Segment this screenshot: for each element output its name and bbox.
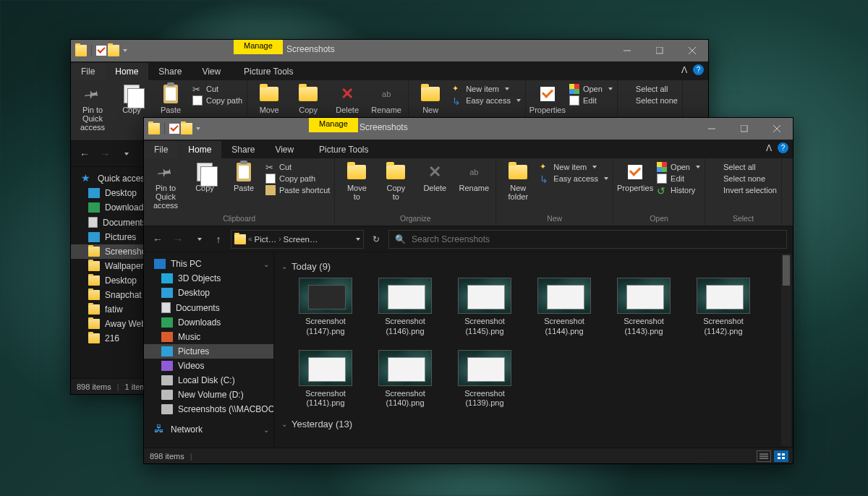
copy-button[interactable]: Copy — [114, 82, 149, 114]
nav-item[interactable]: 🖧Network⌄ — [144, 422, 273, 437]
titlebar[interactable]: Manage Screenshots — [71, 40, 708, 61]
chevron-left-icon[interactable]: « — [248, 235, 252, 243]
nav-item[interactable]: Videos — [144, 359, 273, 373]
chevron-icon[interactable]: ⌄ — [263, 426, 269, 434]
group-header[interactable]: ⌄Yesterday (13) — [281, 419, 786, 429]
maximize-button[interactable] — [728, 118, 760, 140]
collapse-ribbon-icon[interactable]: ᐱ — [681, 65, 687, 75]
file-thumbnail[interactable]: Screenshot(1145).png — [454, 278, 516, 337]
copy-to-button[interactable]: Copy to — [378, 160, 413, 201]
new-folder-button[interactable]: New folder — [501, 160, 535, 201]
close-button[interactable] — [760, 118, 793, 140]
new-item-button[interactable]: ✦New item — [540, 162, 608, 172]
recent-dropdown[interactable] — [190, 231, 206, 247]
back-button[interactable]: ← — [150, 231, 166, 247]
new-folder-button[interactable]: New — [413, 82, 448, 114]
tab-picture-tools[interactable]: Picture Tools — [309, 141, 378, 158]
new-folder-icon[interactable] — [108, 45, 119, 56]
history-button[interactable]: ↺History — [657, 185, 700, 195]
new-item-button[interactable]: ✦New item — [452, 84, 521, 94]
move-to-button[interactable]: Move — [252, 82, 286, 114]
nav-item[interactable]: Pictures — [144, 344, 273, 359]
nav-item[interactable]: Downloads — [144, 315, 273, 330]
file-thumbnail[interactable]: Screenshot(1146).png — [374, 278, 436, 337]
paste-button[interactable]: Paste — [153, 82, 188, 114]
move-to-button[interactable]: Move to — [339, 160, 374, 201]
minimize-button[interactable] — [610, 40, 643, 61]
open-button[interactable]: Open — [569, 84, 613, 94]
minimize-button[interactable] — [695, 118, 728, 140]
copy-button[interactable]: Copy — [187, 160, 222, 192]
file-thumbnail[interactable]: Screenshot(1147).png — [294, 278, 357, 337]
cut-button[interactable]: ✂Cut — [265, 162, 330, 172]
open-button[interactable]: Open — [657, 162, 700, 172]
close-button[interactable] — [676, 40, 708, 61]
manage-contextual-tab[interactable]: Manage — [309, 118, 358, 132]
pin-to-quick-access-button[interactable]: Pin to Quick access — [148, 160, 183, 210]
edit-button[interactable]: Edit — [569, 95, 613, 106]
maximize-button[interactable] — [643, 40, 676, 61]
nav-item[interactable]: Documents — [144, 300, 273, 315]
paste-button[interactable]: Paste — [226, 160, 261, 192]
scrollbar[interactable] — [781, 254, 791, 446]
nav-item[interactable]: Music — [144, 330, 273, 344]
scrollbar-thumb[interactable] — [783, 255, 790, 286]
tab-home[interactable]: Home — [178, 141, 221, 158]
paste-shortcut-button[interactable]: Paste shortcut — [265, 185, 330, 195]
tab-view[interactable]: View — [265, 141, 304, 158]
select-all-button[interactable]: Select all — [710, 162, 777, 172]
details-view-button[interactable] — [757, 450, 771, 462]
new-folder-icon[interactable] — [181, 123, 192, 134]
nav-item[interactable]: New Volume (D:) — [144, 388, 273, 402]
file-thumbnail[interactable]: Screenshot(1141).png — [294, 350, 357, 409]
titlebar[interactable]: Manage Screenshots — [144, 118, 793, 140]
file-thumbnail[interactable]: Screenshot(1144).png — [533, 278, 595, 337]
navigation-pane[interactable]: This PC⌄3D ObjectsDesktopDocumentsDownlo… — [144, 252, 274, 448]
nav-item[interactable]: This PC⌄ — [144, 257, 273, 271]
nav-item[interactable]: Desktop — [144, 286, 273, 300]
help-icon[interactable]: ? — [778, 142, 788, 153]
tab-view[interactable]: View — [192, 63, 231, 80]
refresh-button[interactable]: ↻ — [368, 234, 384, 244]
collapse-ribbon-icon[interactable]: ᐱ — [766, 143, 772, 153]
tab-share[interactable]: Share — [148, 63, 192, 80]
properties-button[interactable]: Properties — [530, 82, 565, 114]
easy-access-button[interactable]: ↳Easy access — [540, 174, 608, 184]
cut-button[interactable]: ✂Cut — [192, 84, 242, 94]
qat-dropdown-icon[interactable] — [196, 127, 200, 130]
properties-icon[interactable] — [96, 46, 106, 56]
select-none-button[interactable]: Select none — [710, 174, 777, 184]
invert-selection-button[interactable]: Invert selection — [710, 185, 777, 195]
recent-dropdown[interactable] — [117, 146, 133, 162]
thumbnails-view-button[interactable] — [774, 450, 788, 462]
rename-button[interactable]: abRename — [369, 82, 404, 114]
copy-path-button[interactable]: Copy path — [265, 174, 330, 184]
back-button[interactable]: ← — [77, 146, 93, 162]
properties-icon[interactable] — [169, 124, 179, 134]
qat-dropdown-icon[interactable] — [123, 49, 127, 52]
file-thumbnail[interactable]: Screenshot(1139).png — [454, 350, 516, 409]
file-thumbnail[interactable]: Screenshot(1142).png — [692, 278, 754, 337]
file-thumbnail[interactable]: Screenshot(1140).png — [374, 350, 436, 409]
edit-button[interactable]: Edit — [657, 174, 700, 184]
file-thumbnail[interactable]: Screenshot(1143).png — [613, 278, 675, 337]
tab-file[interactable]: File — [71, 63, 105, 80]
chevron-icon[interactable]: ⌄ — [263, 260, 269, 268]
select-none-button[interactable]: Select none — [622, 95, 678, 106]
copy-path-button[interactable]: Copy path — [192, 95, 242, 106]
breadcrumb-segment[interactable]: Screen… — [284, 235, 318, 244]
manage-contextual-tab[interactable]: Manage — [234, 40, 283, 54]
copy-to-button[interactable]: Copy — [291, 82, 326, 114]
address-bar[interactable]: « Pict… › Screen… — [231, 230, 364, 249]
group-header[interactable]: ⌄Today (9) — [281, 261, 786, 272]
file-list[interactable]: ⌄Today (9)Screenshot(1147).pngScreenshot… — [274, 252, 793, 448]
up-button[interactable]: ↑ — [210, 231, 226, 247]
pin-to-quick-access-button[interactable]: Pin to Quick access — [75, 82, 110, 132]
help-icon[interactable]: ? — [693, 64, 704, 75]
forward-button[interactable]: → — [97, 146, 113, 162]
tab-share[interactable]: Share — [221, 141, 265, 158]
search-input[interactable]: 🔍 Search Screenshots — [388, 230, 787, 249]
select-all-button[interactable]: Select all — [622, 84, 678, 94]
properties-button[interactable]: Properties — [618, 160, 652, 192]
address-dropdown-icon[interactable] — [356, 238, 360, 241]
